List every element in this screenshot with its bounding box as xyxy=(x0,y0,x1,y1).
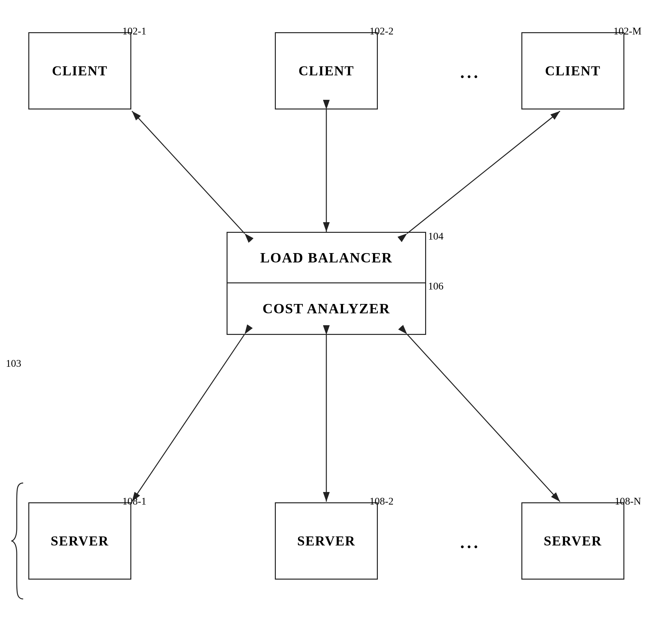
arrow-clientm-lb xyxy=(407,111,560,233)
diagram-container: CLIENT 102-1 CLIENT 102-2 ... CLIENT 102… xyxy=(0,0,653,644)
server-1-label: SERVER xyxy=(51,533,109,549)
server-box-1: SERVER xyxy=(28,502,131,580)
load-balancer-label: LOAD BALANCER xyxy=(260,250,392,266)
client-2-label: CLIENT xyxy=(298,63,354,78)
client-box-m: CLIENT xyxy=(522,32,624,110)
client-m-label: CLIENT xyxy=(545,63,601,78)
center-ref-top: 104 xyxy=(428,230,443,242)
load-balancer-section: LOAD BALANCER xyxy=(227,233,425,283)
server-box-2: SERVER xyxy=(275,502,378,580)
center-box: LOAD BALANCER COST ANALYZER xyxy=(226,232,426,335)
server-2-label: SERVER xyxy=(297,533,356,549)
arrow-lb-server1 xyxy=(132,334,245,502)
client-2-ref: 102-2 xyxy=(369,25,394,37)
server-2-ref: 108-2 xyxy=(369,495,394,507)
client-1-ref: 102-1 xyxy=(122,25,146,37)
server-n-ref: 108-N xyxy=(615,495,641,507)
client-box-2: CLIENT xyxy=(275,32,378,110)
clients-ellipsis: ... xyxy=(460,63,481,82)
server-n-label: SERVER xyxy=(544,533,602,549)
server-1-ref: 108-1 xyxy=(122,495,146,507)
curly-brace xyxy=(11,483,23,599)
arrow-client1-lb xyxy=(132,111,245,233)
cost-analyzer-section: COST ANALYZER xyxy=(227,283,425,334)
cost-analyzer-label: COST ANALYZER xyxy=(263,300,390,317)
client-1-label: CLIENT xyxy=(52,63,107,78)
client-box-1: CLIENT xyxy=(28,32,131,110)
arrow-lb-servern xyxy=(407,334,560,502)
client-m-ref: 102-M xyxy=(613,25,642,37)
brace-label-103: 103 xyxy=(6,358,21,369)
servers-ellipsis: ... xyxy=(460,533,481,552)
center-ref-bottom: 106 xyxy=(428,280,443,292)
server-box-n: SERVER xyxy=(522,502,624,580)
